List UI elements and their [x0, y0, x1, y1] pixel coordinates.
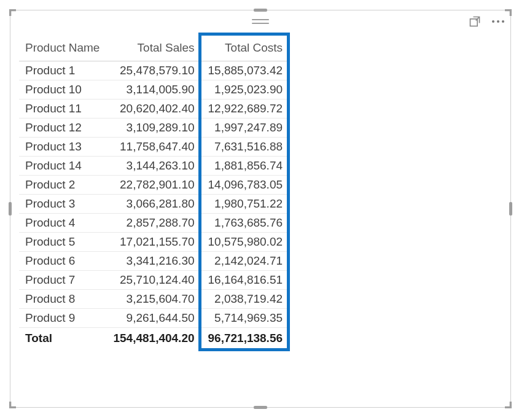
cell-costs: 1,881,856.74 [202, 157, 291, 176]
cell-sales: 11,758,647.40 [107, 138, 201, 157]
visual-header [10, 10, 510, 33]
cell-costs: 10,575,980.02 [202, 233, 291, 252]
cell-product: Product 10 [19, 80, 107, 99]
cell-product: Product 3 [19, 195, 107, 214]
cell-sales: 3,109,289.10 [107, 119, 201, 138]
col-header-sales[interactable]: Total Sales [107, 36, 201, 61]
table-row[interactable]: Product 125,478,579.1015,885,073.42 [19, 61, 290, 80]
cell-product: Product 1 [19, 61, 107, 80]
table-row[interactable]: Product 143,144,263.101,881,856.74 [19, 157, 290, 176]
resize-handle-bottom[interactable] [254, 406, 267, 409]
total-label: Total [19, 328, 107, 348]
table-row[interactable]: Product 103,114,005.901,925,023.90 [19, 80, 290, 99]
table-row[interactable]: Product 42,857,288.701,763,685.76 [19, 214, 290, 233]
cell-product: Product 9 [19, 309, 107, 328]
cell-sales: 3,144,263.10 [107, 157, 201, 176]
cell-sales: 3,114,005.90 [107, 80, 201, 99]
col-header-product[interactable]: Product Name [19, 36, 107, 61]
cell-product: Product 11 [19, 99, 107, 119]
table-visual[interactable]: Product Name Total Sales Total Costs Pro… [10, 10, 511, 408]
table-wrap: Product Name Total Sales Total Costs Pro… [10, 33, 299, 352]
cell-product: Product 7 [19, 271, 107, 290]
cell-sales: 22,782,901.10 [107, 176, 201, 195]
cell-product: Product 14 [19, 157, 107, 176]
col-header-costs[interactable]: Total Costs [202, 36, 291, 61]
resize-handle-bottom-right[interactable] [505, 402, 512, 408]
focus-mode-icon[interactable] [469, 15, 481, 28]
cell-sales: 3,341,216.30 [107, 252, 201, 271]
total-costs: 96,721,138.56 [202, 328, 291, 348]
cell-costs: 1,997,247.89 [202, 119, 291, 138]
cell-costs: 1,980,751.22 [202, 195, 291, 214]
header-row: Product Name Total Sales Total Costs [19, 36, 290, 61]
cell-product: Product 5 [19, 233, 107, 252]
cell-product: Product 13 [19, 138, 107, 157]
resize-handle-right[interactable] [509, 202, 512, 216]
more-options-icon[interactable] [491, 20, 506, 23]
table-row[interactable]: Product 517,021,155.7010,575,980.02 [19, 233, 290, 252]
cell-product: Product 6 [19, 252, 107, 271]
table-row[interactable]: Product 83,215,604.702,038,719.42 [19, 290, 290, 309]
cell-product: Product 4 [19, 214, 107, 233]
cell-sales: 25,478,579.10 [107, 61, 201, 80]
cell-costs: 12,922,689.72 [202, 99, 291, 119]
cell-product: Product 2 [19, 176, 107, 195]
table-row[interactable]: Product 63,341,216.302,142,024.71 [19, 252, 290, 271]
table-row[interactable]: Product 1120,620,402.4012,922,689.72 [19, 99, 290, 119]
cell-costs: 1,925,023.90 [202, 80, 291, 99]
cell-costs: 15,885,073.42 [202, 61, 291, 80]
resize-handle-bottom-left[interactable] [9, 402, 16, 408]
cell-costs: 16,164,816.51 [202, 271, 291, 290]
report-canvas[interactable]: Product Name Total Sales Total Costs Pro… [0, 0, 527, 420]
cell-product: Product 12 [19, 119, 107, 138]
drag-grip-icon[interactable] [252, 19, 269, 24]
cell-costs: 14,096,783.05 [202, 176, 291, 195]
table-row[interactable]: Product 33,066,281.801,980,751.22 [19, 195, 290, 214]
cell-sales: 3,215,604.70 [107, 290, 201, 309]
total-row: Total154,481,404.2096,721,138.56 [19, 328, 290, 348]
cell-sales: 2,857,288.70 [107, 214, 201, 233]
total-sales: 154,481,404.20 [107, 328, 201, 348]
table-row[interactable]: Product 1311,758,647.407,631,516.88 [19, 138, 290, 157]
cell-sales: 17,021,155.70 [107, 233, 201, 252]
cell-sales: 3,066,281.80 [107, 195, 201, 214]
table-row[interactable]: Product 725,710,124.4016,164,816.51 [19, 271, 290, 290]
cell-costs: 7,631,516.88 [202, 138, 291, 157]
table-body: Product 125,478,579.1015,885,073.42Produ… [19, 61, 290, 348]
cell-costs: 1,763,685.76 [202, 214, 291, 233]
table-row[interactable]: Product 123,109,289.101,997,247.89 [19, 119, 290, 138]
table-row[interactable]: Product 99,261,644.505,714,969.35 [19, 309, 290, 328]
data-table: Product Name Total Sales Total Costs Pro… [19, 36, 290, 348]
cell-costs: 2,038,719.42 [202, 290, 291, 309]
cell-sales: 20,620,402.40 [107, 99, 201, 119]
cell-sales: 9,261,644.50 [107, 309, 201, 328]
cell-product: Product 8 [19, 290, 107, 309]
cell-sales: 25,710,124.40 [107, 271, 201, 290]
table-row[interactable]: Product 222,782,901.1014,096,783.05 [19, 176, 290, 195]
cell-costs: 5,714,969.35 [202, 309, 291, 328]
visual-actions [469, 15, 506, 28]
cell-costs: 2,142,024.71 [202, 252, 291, 271]
